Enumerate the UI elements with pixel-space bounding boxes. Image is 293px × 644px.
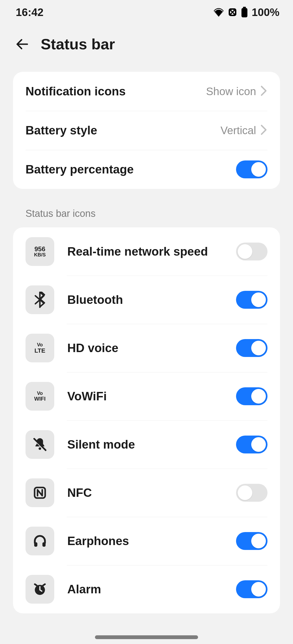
general-settings-card: Notification icons Show icon Battery sty…	[13, 72, 280, 189]
network-speed-row: 956 KB/S Real-time network speed	[13, 227, 280, 276]
clock-text: 16:42	[16, 6, 43, 18]
bluetooth-row: Bluetooth	[13, 276, 280, 324]
chevron-right-icon	[260, 85, 267, 97]
status-right-cluster: 100%	[213, 6, 279, 18]
system-status-bar: 16:42 100%	[0, 0, 293, 24]
vowifi-label: VoWiFi	[67, 389, 236, 403]
arrow-left-icon	[15, 37, 30, 52]
network-speed-icon: 956 KB/S	[26, 237, 54, 266]
network-speed-label: Real-time network speed	[67, 245, 236, 258]
page-title: Status bar	[41, 35, 115, 53]
battery-percentage-toggle[interactable]	[236, 160, 267, 178]
battery-style-value: Vertical	[221, 124, 256, 137]
vowifi-icon: Vo WIFI	[26, 382, 54, 411]
svg-rect-3	[241, 8, 247, 18]
vowifi-toggle[interactable]	[236, 387, 267, 405]
bluetooth-label: Bluetooth	[67, 293, 236, 307]
volte-icon: Vo LTE	[26, 334, 54, 362]
svg-rect-6	[34, 542, 37, 547]
earphones-row: Earphones	[13, 517, 280, 565]
back-button[interactable]	[14, 36, 31, 53]
battery-text: 100%	[252, 6, 279, 18]
notification-icons-value: Show icon	[206, 85, 256, 98]
wifi-icon	[213, 8, 224, 17]
alarm-clock-icon	[26, 575, 54, 604]
alarm-toggle[interactable]	[236, 580, 267, 598]
battery-style-label: Battery style	[26, 124, 221, 137]
nfc-row: NFC	[13, 469, 280, 517]
svg-rect-7	[42, 542, 46, 547]
nfc-icon	[26, 478, 54, 507]
battery-percentage-label: Battery percentage	[26, 163, 236, 176]
silent-mode-label: Silent mode	[67, 438, 236, 451]
hd-voice-toggle[interactable]	[236, 339, 267, 357]
battery-style-row[interactable]: Battery style Vertical	[13, 111, 280, 150]
chevron-right-icon	[260, 124, 267, 136]
silent-mode-toggle[interactable]	[236, 436, 267, 453]
bluetooth-toggle[interactable]	[236, 291, 267, 309]
alarm-row: Alarm	[13, 565, 280, 613]
svg-point-4	[39, 447, 41, 450]
network-speed-toggle[interactable]	[236, 243, 267, 260]
alarm-label: Alarm	[67, 582, 236, 596]
earphones-toggle[interactable]	[236, 532, 267, 550]
nfc-toggle[interactable]	[236, 484, 267, 502]
hd-voice-row: Vo LTE HD voice	[13, 324, 280, 372]
home-indicator[interactable]	[95, 635, 198, 639]
earphones-label: Earphones	[67, 534, 236, 548]
svg-rect-2	[243, 7, 246, 8]
battery-icon	[241, 7, 248, 18]
dnd-icon	[228, 8, 237, 17]
battery-percentage-row: Battery percentage	[13, 150, 280, 189]
nfc-label: NFC	[67, 486, 236, 500]
notification-icons-label: Notification icons	[26, 85, 206, 98]
bell-off-icon	[26, 430, 54, 459]
bluetooth-icon	[26, 285, 54, 314]
status-bar-icons-card: 956 KB/S Real-time network speed Bluetoo…	[13, 227, 280, 613]
page-header: Status bar	[0, 24, 293, 72]
silent-mode-row: Silent mode	[13, 420, 280, 469]
notification-icons-row[interactable]: Notification icons Show icon	[13, 72, 280, 111]
vowifi-row: Vo WIFI VoWiFi	[13, 372, 280, 420]
hd-voice-label: HD voice	[67, 341, 236, 355]
headphones-icon	[26, 527, 54, 555]
status-bar-icons-section-title: Status bar icons	[0, 189, 293, 227]
